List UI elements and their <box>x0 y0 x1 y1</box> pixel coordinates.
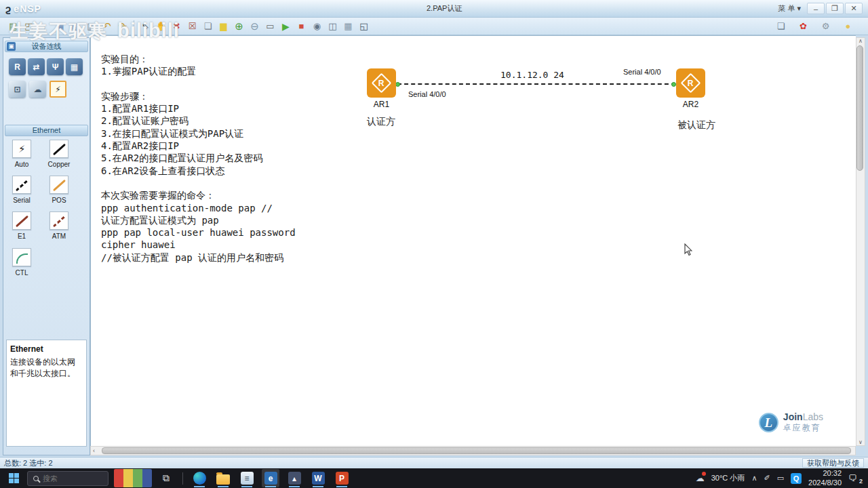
topology-canvas[interactable]: 实验目的： 1.掌握PAP认证的配置 实验步骤： 1.配置AR1接口IP 2.配… <box>90 35 856 446</box>
scroll-up-arrow[interactable]: ∧ <box>856 38 865 44</box>
note-line: 认证方配置认证模式为 pap <box>101 215 296 227</box>
serial-link[interactable] <box>397 83 675 85</box>
router-node-ar2[interactable]: R <box>676 68 705 98</box>
notification-center-icon[interactable]: 🗨2 <box>848 473 861 483</box>
text-note-icon[interactable]: ❏ <box>201 20 215 33</box>
window-title: 2.PAP认证 <box>115 3 773 14</box>
ensp-app-icon-active[interactable]: e <box>262 469 279 487</box>
joinlabs-logo: L JoinLabs 卓应教育 <box>759 412 823 434</box>
device-connections-icon-selected[interactable]: ⚡ <box>50 81 66 98</box>
minimize-button[interactable]: – <box>807 3 825 14</box>
new-topology-icon[interactable]: ▤ <box>6 20 20 33</box>
delete-icon[interactable]: ✖ <box>170 20 184 33</box>
save-topology-icon[interactable]: ▦ <box>53 20 67 33</box>
conn-pos-icon[interactable] <box>50 176 68 194</box>
task-view-button[interactable]: ⧉ <box>157 469 175 487</box>
file-explorer-icon[interactable] <box>214 469 232 487</box>
huawei-logo-icon[interactable]: ✿ <box>796 20 810 33</box>
conn-atm-icon[interactable] <box>50 211 68 230</box>
notepad-app-icon[interactable]: ≡ <box>238 469 256 487</box>
device-wlan-icon[interactable]: Ψ <box>47 58 64 75</box>
save-as-icon[interactable]: ▨ <box>68 20 83 33</box>
topo-compare-icon[interactable]: ◫ <box>326 20 340 33</box>
menu-button[interactable]: 菜 单 ▾ <box>773 1 806 16</box>
mouse-cursor <box>684 243 692 256</box>
palette-icon[interactable]: ▆ <box>216 20 231 33</box>
conn-serial-icon[interactable] <box>12 176 31 194</box>
joinlabs-logo-icon: L <box>759 413 778 432</box>
zoom-in-icon[interactable]: ⊕ <box>232 20 246 33</box>
redo-icon[interactable]: ↷ <box>115 20 130 33</box>
device-terminal-icon[interactable]: ⊡ <box>9 81 26 98</box>
select-cursor-icon[interactable]: ⇖ <box>138 20 153 33</box>
delete-all-icon[interactable]: ☒ <box>185 20 199 33</box>
ensp-logo-icon: ϛ <box>5 3 11 14</box>
conn-e1-icon[interactable] <box>12 211 31 230</box>
note-line: 1.掌握PAP认证的配置 <box>101 66 296 78</box>
weather-text[interactable]: 30°C 小雨 <box>711 473 745 483</box>
notification-badge: 2 <box>859 478 863 485</box>
help-icon[interactable]: ● <box>841 20 855 33</box>
news-widget-thumbnail[interactable] <box>114 469 152 487</box>
close-button[interactable]: ✕ <box>845 3 863 14</box>
scroll-down-arrow[interactable]: ∨ <box>856 439 865 445</box>
note-line: 本次实验需要掌握的命令： <box>101 190 296 202</box>
word-icon[interactable]: W <box>309 469 327 487</box>
edge-browser-icon[interactable] <box>191 469 208 487</box>
display-mode-icon[interactable]: ◱ <box>357 20 371 33</box>
vertical-scroll-thumb[interactable] <box>856 45 863 171</box>
settings-gear-icon[interactable]: ⚙ <box>818 20 833 33</box>
help-feedback-link[interactable]: 获取帮助与反馈 <box>802 458 864 468</box>
conn-copper-icon[interactable] <box>50 140 68 158</box>
device-list-icon[interactable]: ▦ <box>341 20 355 33</box>
device-router-icon[interactable]: R <box>9 58 26 75</box>
link-endpoint-dot-left <box>395 82 400 87</box>
touchpad-tray-icon[interactable]: ▭ <box>777 474 784 483</box>
start-button[interactable] <box>0 468 27 488</box>
zoom-out-icon[interactable]: ⊖ <box>248 20 262 33</box>
selection-count: 总数: 2 选中: 2 <box>4 458 53 468</box>
taskbar-search[interactable] <box>27 471 108 486</box>
packet-capture-icon[interactable]: ◉ <box>310 20 324 33</box>
device-firewall-icon[interactable]: ▦ <box>66 58 83 75</box>
restore-button[interactable]: ❐ <box>826 3 844 14</box>
device-cloud-icon[interactable]: ☁ <box>29 81 46 98</box>
pen-tray-icon[interactable]: ✐ <box>764 474 770 483</box>
secure-app-icon[interactable]: ▴ <box>285 469 303 487</box>
note-line: 6.在AR2设备上查看接口状态 <box>101 165 296 178</box>
note-line <box>101 79 296 91</box>
device-sidebar: ▣ 设备连线 R ⇄ Ψ ▦ ⊡ ☁ ⚡ Ethernet ⚡ Auto Cop… <box>3 37 90 455</box>
horizontal-scroll-thumb[interactable] <box>102 447 851 454</box>
stop-device-icon[interactable]: ■ <box>294 20 309 33</box>
qq-tray-icon[interactable]: Q <box>791 473 802 484</box>
open-topology-icon[interactable]: ◰ <box>22 20 36 33</box>
weather-icon[interactable]: ☁ <box>696 473 705 483</box>
note-line: ppp authentication-mode pap // <box>101 203 296 215</box>
toolbar-separator <box>134 20 134 33</box>
scroll-left-arrow[interactable]: ‹ <box>93 447 95 454</box>
search-input[interactable] <box>43 474 90 483</box>
upload-topology-icon[interactable]: ↑ <box>37 20 52 33</box>
powerpoint-icon[interactable]: P <box>333 469 351 487</box>
search-icon <box>33 476 39 481</box>
feedback-comment-icon[interactable]: ❏ <box>774 20 788 33</box>
undo-icon[interactable]: ↶ <box>100 20 114 33</box>
tray-expand-arrow[interactable]: ∧ <box>751 474 757 483</box>
note-line: 2.配置认证账户密码 <box>101 115 296 127</box>
status-bar: 总数: 2 选中: 2 获取帮助与反馈 <box>0 457 868 468</box>
zoom-reset-icon[interactable]: ▭ <box>263 20 277 33</box>
router-node-ar1[interactable]: R <box>367 68 396 98</box>
print-icon[interactable]: ▥ <box>84 20 98 33</box>
network-label: 10.1.12.0 24 <box>500 70 564 80</box>
note-line: 5.在AR2的接口配置认证用户名及密码 <box>101 152 296 165</box>
toolbar: ▤ ◰ ↑ ▦ ▨ ▥ ↶ ↷ ⇖ ✋ ✖ ☒ ❏ ▆ ⊕ ⊖ ▭ ▶ ■ ◉ … <box>0 18 868 35</box>
pan-hand-icon[interactable]: ✋ <box>154 20 168 33</box>
conn-ctl-icon[interactable] <box>12 248 31 266</box>
note-line: 1.配置AR1接口IP <box>101 103 296 115</box>
horizontal-scrollbar[interactable]: ‹ <box>90 446 856 455</box>
device-switch-icon[interactable]: ⇄ <box>28 58 45 75</box>
connection-info-panel: Ethernet 连接设备的以太网和千兆以太接口。 <box>6 340 87 447</box>
start-device-icon[interactable]: ▶ <box>279 20 293 33</box>
taskbar-clock[interactable]: 20:32 2024/8/30 <box>808 469 842 487</box>
conn-auto-icon[interactable]: ⚡ <box>12 140 31 158</box>
